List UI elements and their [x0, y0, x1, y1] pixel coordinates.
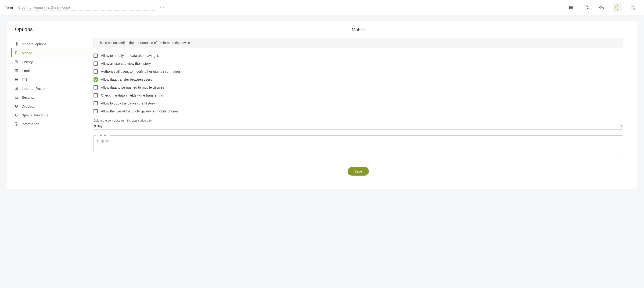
delete-after-value: 0 day	[94, 124, 102, 128]
checkbox-allow-data-transfer[interactable]	[94, 78, 98, 82]
import-icon	[14, 86, 18, 90]
delete-after-select[interactable]: 0 day	[94, 123, 623, 130]
sidebar-item-history[interactable]: History	[11, 57, 94, 66]
check-row: Allow data to be pushed to mobile device…	[94, 85, 623, 90]
save-row: Save	[94, 167, 623, 176]
svg-point-11	[633, 8, 634, 9]
check-row: Allow data transfer between users	[94, 78, 623, 82]
topbar-actions	[567, 3, 637, 12]
svg-point-24	[16, 114, 16, 114]
sidebar-item-security[interactable]: Security	[11, 93, 94, 102]
options-card: Options General options Mobile History E…	[7, 21, 637, 189]
checkbox-label: Allow to copy the data in the History.	[101, 102, 156, 105]
info-icon[interactable]	[160, 6, 164, 9]
sidebar-item-label: Imports (Push)	[22, 86, 89, 90]
cloud-upload-icon[interactable]	[598, 3, 606, 12]
check-row: Allow the use of the photo gallery on mo…	[94, 109, 623, 114]
svg-point-20	[16, 80, 16, 80]
svg-point-7	[570, 7, 570, 8]
sidebar-item-imports-push[interactable]: Imports (Push)	[11, 84, 94, 93]
svg-point-8	[570, 8, 570, 9]
lock-icon	[14, 95, 18, 99]
form-name-input[interactable]	[18, 4, 158, 10]
checkbox-label: Check mandatory fields while transferrin…	[101, 94, 163, 97]
check-row: Authorise all users to modify other user…	[94, 70, 623, 74]
sidebar: Options General options Mobile History E…	[7, 21, 94, 189]
sidebar-item-label: General options	[22, 42, 89, 46]
settings-icon[interactable]	[613, 3, 622, 12]
check-row: Allow all users to view the history	[94, 62, 623, 66]
tag-icon	[14, 113, 18, 117]
chevron-down-icon	[620, 126, 622, 127]
email-icon	[14, 68, 18, 73]
checkbox-list: Allow to modify the data after saving it…	[94, 54, 623, 114]
history-icon	[14, 60, 18, 64]
topbar-left: Form	[5, 4, 562, 10]
checkbox-allow-copy-history[interactable]	[94, 101, 98, 106]
topbar: Form	[0, 0, 644, 15]
gear-icon	[14, 42, 18, 46]
checkbox-authorise-modify-others[interactable]	[94, 70, 98, 74]
save-button[interactable]: Save	[348, 167, 369, 176]
svg-rect-23	[15, 97, 17, 99]
help-text-input[interactable]	[97, 139, 620, 149]
checkbox-label: Allow the use of the photo gallery on mo…	[101, 110, 178, 113]
checkbox-label: Authorise all users to modify other user…	[101, 70, 180, 74]
svg-point-10	[617, 7, 618, 8]
checkbox-allow-push-mobile[interactable]	[94, 85, 98, 90]
svg-point-2	[162, 6, 162, 7]
info-banner: These options define the performance of …	[94, 38, 623, 48]
sidebar-item-special-functions[interactable]: Special functions	[11, 110, 94, 120]
svg-point-13	[16, 44, 17, 44]
sidebar-item-label: Special functions	[22, 113, 89, 117]
sidebar-item-general-options[interactable]: General options	[11, 40, 94, 48]
info-icon	[14, 122, 18, 126]
checkbox-allow-photo-gallery[interactable]	[94, 109, 98, 114]
sidebar-item-email[interactable]: Email	[11, 66, 94, 75]
list-icon[interactable]	[567, 3, 575, 12]
sidebar-item-label: Email	[22, 69, 89, 73]
sidebar-item-dropbox[interactable]: Dropbox	[11, 102, 94, 110]
check-row: Check mandatory fields while transferrin…	[94, 93, 623, 98]
sidebar-item-label: History	[22, 60, 89, 64]
help-text-label: Help text	[96, 134, 110, 137]
sidebar-item-label: Information	[22, 122, 89, 126]
export-file-icon[interactable]	[582, 3, 591, 12]
checkbox-check-mandatory-transfer[interactable]	[94, 93, 98, 98]
check-row: Allow to modify the data after saving it…	[94, 54, 623, 58]
svg-line-12	[634, 9, 635, 10]
sidebar-item-information[interactable]: Information	[11, 120, 94, 128]
main-content: Mobile These options define the performa…	[94, 21, 637, 189]
sidebar-item-ftp[interactable]: FTP	[11, 75, 94, 84]
sidebar-item-label: FTP	[22, 78, 89, 82]
file-search-icon[interactable]	[628, 3, 637, 12]
svg-point-6	[570, 6, 570, 6]
sidebar-title: Options	[14, 26, 94, 32]
checkbox-allow-modify-after-save[interactable]	[94, 54, 98, 58]
server-icon	[14, 78, 18, 82]
svg-point-19	[16, 78, 16, 79]
check-row: Allow to copy the data in the History.	[94, 101, 623, 106]
checkbox-label: Allow to modify the data after saving it…	[101, 54, 159, 58]
sidebar-item-mobile[interactable]: Mobile	[11, 48, 94, 57]
mobile-icon	[14, 51, 18, 55]
form-label: Form	[5, 6, 13, 10]
sidebar-item-label: Mobile	[22, 51, 89, 55]
help-text-field: Help text	[94, 135, 623, 153]
sidebar-item-label: Security	[22, 96, 89, 99]
checkbox-label: Allow data to be pushed to mobile device…	[101, 86, 164, 89]
delete-after-label: Delete the sent data from the applicatio…	[94, 119, 623, 122]
dropbox-icon	[14, 104, 18, 108]
sidebar-item-label: Dropbox	[22, 104, 89, 108]
section-heading: Mobile	[94, 27, 623, 32]
checkbox-all-users-view-history[interactable]	[94, 62, 98, 66]
checkbox-label: Allow all users to view the history	[101, 62, 151, 66]
checkbox-label: Allow data transfer between users	[101, 78, 152, 81]
